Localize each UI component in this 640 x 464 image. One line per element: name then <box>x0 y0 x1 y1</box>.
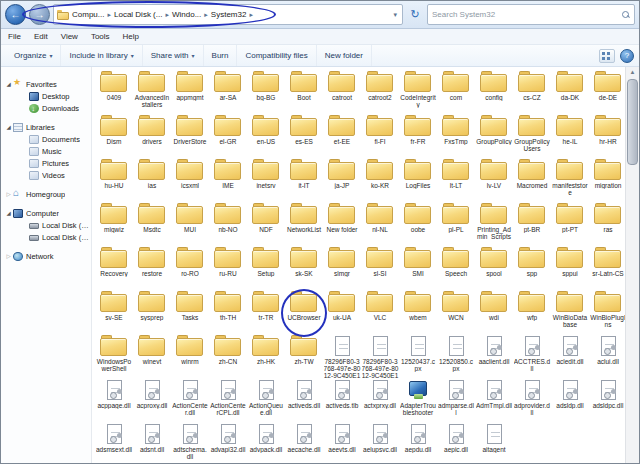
sidebar-item[interactable]: Local Disk (D:) <box>1 231 91 243</box>
file-item[interactable]: Tasks <box>171 291 209 335</box>
file-item[interactable]: advapi32.dll <box>209 423 247 464</box>
file-item[interactable]: ko-KR <box>361 159 399 203</box>
file-item[interactable]: uk-UA <box>323 291 361 335</box>
file-item[interactable]: GroupPolicy <box>475 115 513 159</box>
file-item[interactable]: 0409 <box>95 71 133 115</box>
menu-item[interactable]: Edit <box>34 32 48 41</box>
file-item[interactable]: restore <box>133 247 171 291</box>
file-item[interactable]: sv-SE <box>95 291 133 335</box>
search-input[interactable] <box>432 10 622 19</box>
file-item[interactable]: NDF <box>247 203 285 247</box>
file-item[interactable]: advpack.dll <box>247 423 285 464</box>
views-icon[interactable] <box>599 49 615 63</box>
file-item[interactable]: manifeststore <box>551 159 589 203</box>
file-item[interactable]: ActionCenterCPL.dll <box>209 379 247 423</box>
file-item[interactable]: sysprep <box>133 291 171 335</box>
file-item[interactable]: WinBioDatabase <box>551 291 589 335</box>
file-item[interactable]: ras <box>589 203 625 247</box>
file-item[interactable]: pt-PT <box>551 203 589 247</box>
file-item[interactable]: wfp <box>513 291 551 335</box>
file-item[interactable]: ja-JP <box>323 159 361 203</box>
file-item[interactable]: aclui.dll <box>589 335 625 379</box>
sidebar-item[interactable]: Videos <box>1 169 91 181</box>
file-item[interactable]: hr-HR <box>589 115 625 159</box>
sidebar-item[interactable]: Local Disk (C:) <box>1 219 91 231</box>
file-item[interactable]: et-EE <box>323 115 361 159</box>
sidebar-item[interactable]: Favorites <box>1 78 91 90</box>
file-item[interactable]: drivers <box>133 115 171 159</box>
file-item[interactable]: Recovery <box>95 247 133 291</box>
sidebar-item[interactable]: Music <box>1 145 91 157</box>
file-item[interactable]: IME <box>209 159 247 203</box>
file-item[interactable]: AdmTmpl.dll <box>475 379 513 423</box>
file-item[interactable]: ro-RO <box>171 247 209 291</box>
file-item[interactable]: adtschema.dll <box>171 423 209 464</box>
file-item[interactable]: da-DK <box>551 71 589 115</box>
file-item[interactable]: spool <box>475 247 513 291</box>
file-item[interactable]: nl-NL <box>361 203 399 247</box>
file-item[interactable]: aeevts.dll <box>323 423 361 464</box>
toolbar-button[interactable]: Share with▾ <box>143 45 204 66</box>
file-item[interactable]: zh-CN <box>209 335 247 379</box>
file-item[interactable]: pl-PL <box>437 203 475 247</box>
file-item[interactable]: es-ES <box>285 115 323 159</box>
sidebar-item[interactable]: Libraries <box>1 121 91 133</box>
file-item[interactable]: SMI <box>399 247 437 291</box>
file-item[interactable]: en-US <box>247 115 285 159</box>
file-item[interactable]: 12520850.cpx <box>437 335 475 379</box>
sidebar-item[interactable]: Pictures <box>1 157 91 169</box>
file-item[interactable]: ACCTRES.dll <box>513 335 551 379</box>
file-item[interactable]: adprovider.dll <box>513 379 551 423</box>
file-item[interactable]: LogFiles <box>399 159 437 203</box>
file-item[interactable]: WindowsPowerShell <box>95 335 133 379</box>
expander-icon[interactable] <box>5 81 12 87</box>
file-item[interactable]: el-GR <box>209 115 247 159</box>
file-item[interactable]: AdvancedInstallers <box>133 71 171 115</box>
file-item[interactable]: Msdtc <box>133 203 171 247</box>
expander-icon[interactable] <box>5 124 12 130</box>
sidebar-item[interactable]: Documents <box>1 133 91 145</box>
toolbar-button[interactable]: Organize▾ <box>6 45 61 66</box>
help-icon[interactable]: ? <box>620 49 634 63</box>
expander-icon[interactable] <box>5 191 12 197</box>
file-item[interactable]: tr-TR <box>247 291 285 335</box>
file-item[interactable]: catroot2 <box>361 71 399 115</box>
file-item[interactable]: icsxml <box>171 159 209 203</box>
breadcrumb-segment[interactable]: System32▸ <box>211 10 256 19</box>
file-item[interactable]: hu-HU <box>95 159 133 203</box>
file-item[interactable]: config <box>475 71 513 115</box>
file-item[interactable]: fr-FR <box>399 115 437 159</box>
toolbar-button[interactable]: Compatibility files▾ <box>237 45 316 66</box>
file-item[interactable]: Dism <box>95 115 133 159</box>
file-item[interactable]: it-IT <box>285 159 323 203</box>
file-item[interactable]: aelupsvc.dll <box>361 423 399 464</box>
file-item[interactable]: aaclient.dll <box>475 335 513 379</box>
file-item[interactable]: oobe <box>399 203 437 247</box>
scroll-thumb[interactable] <box>627 79 638 165</box>
file-item[interactable]: zh-HK <box>247 335 285 379</box>
file-item[interactable]: fi-FI <box>361 115 399 159</box>
file-item[interactable]: MUI <box>171 203 209 247</box>
file-item[interactable]: actxprxy.dll <box>361 379 399 423</box>
toolbar-button[interactable]: Include in library▾ <box>61 45 142 66</box>
file-item[interactable]: he-IL <box>551 115 589 159</box>
address-dropdown-icon[interactable]: ▾ <box>391 11 399 19</box>
file-item[interactable]: migration <box>589 159 625 203</box>
file-item[interactable]: winevt <box>133 335 171 379</box>
file-item[interactable]: DriverStore <box>171 115 209 159</box>
sidebar-item[interactable]: Computer <box>1 207 91 219</box>
file-item[interactable]: spp <box>513 247 551 291</box>
file-item[interactable]: zh-TW <box>285 335 323 379</box>
file-item[interactable]: appmgmt <box>171 71 209 115</box>
search-box[interactable] <box>427 4 635 25</box>
refresh-button[interactable]: ↻ <box>406 5 424 24</box>
file-item[interactable]: activeds.tlb <box>323 379 361 423</box>
file-item[interactable]: admparse.dll <box>437 379 475 423</box>
file-item[interactable]: WinBioPlugIns <box>589 291 625 335</box>
menu-item[interactable]: View <box>61 32 78 41</box>
file-item[interactable]: aepdu.dll <box>399 423 437 464</box>
file-item[interactable]: com <box>437 71 475 115</box>
file-item[interactable]: wdi <box>475 291 513 335</box>
file-item[interactable]: pt-BR <box>513 203 551 247</box>
menu-item[interactable]: File <box>8 32 21 41</box>
